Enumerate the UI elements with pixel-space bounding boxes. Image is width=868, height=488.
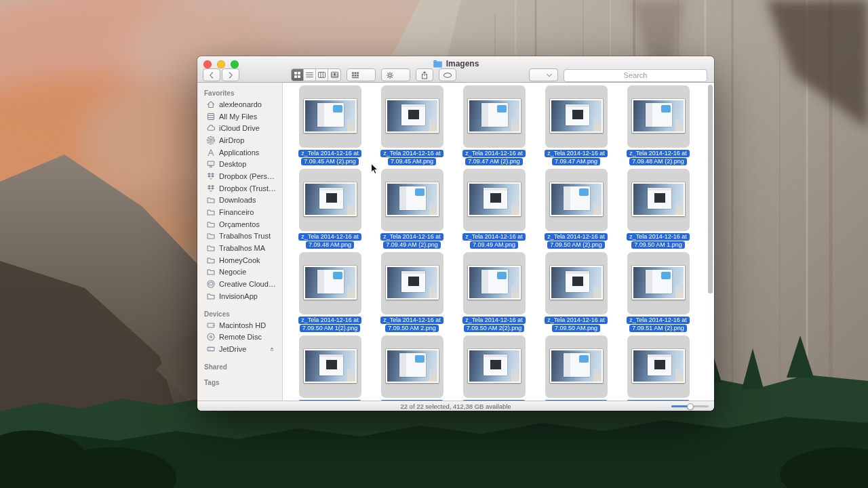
- arrange-button[interactable]: [347, 68, 376, 81]
- file-name: z_Tela 2014-12-16 at7.09.49 AM (2).png: [380, 233, 443, 249]
- file-name-line2: 7.09.50 AM.png: [552, 325, 600, 332]
- icon-size-slider[interactable]: [671, 405, 709, 407]
- thumbnail-screenshot: [551, 267, 601, 298]
- file-item[interactable]: z_Tela 2014-12-16 at: [453, 336, 535, 401]
- sidebar-item-icloud-drive[interactable]: iCloud Drive: [197, 122, 282, 134]
- file-item[interactable]: z_Tela 2014-12-16 at7.09.50 AM 2(2).png: [453, 252, 535, 336]
- arrange-icon: [351, 70, 360, 80]
- sidebar-item-downloads[interactable]: Downloads: [197, 195, 282, 207]
- file-item[interactable]: z_Tela 2014-12-16 at7.09.47 AM (2).png: [453, 85, 535, 169]
- file-name-line1: z_Tela 2014-12-16 at: [380, 233, 443, 241]
- sidebar-item-alexleonardo[interactable]: alexleonardo: [197, 98, 282, 110]
- file-thumbnail: [386, 349, 439, 383]
- sidebar-item-applications[interactable]: Applications: [197, 146, 282, 159]
- sidebar-item-remote-disc[interactable]: Remote Disc: [197, 331, 282, 343]
- titlebar[interactable]: Imagens: [197, 56, 714, 68]
- file-item[interactable]: z_Tela 2014-12-16 at7.09.50 AM.png: [535, 252, 617, 336]
- file-name-line2: 7.09.49 AM (2).png: [383, 241, 441, 249]
- thumbnail-screenshot: [551, 100, 601, 131]
- thumbnail-screenshot: [633, 350, 684, 382]
- search-input[interactable]: [564, 69, 707, 82]
- coverflow-view-icon: [330, 70, 339, 79]
- file-item[interactable]: z_Tela 2014-12-16 at7.09.50 AM 2.png: [371, 252, 453, 336]
- file-item[interactable]: z_Tela 2014-12-16 at7.09.51 AM (2).png: [617, 252, 699, 336]
- view-column-view-button[interactable]: [316, 69, 328, 81]
- share-button[interactable]: [416, 68, 433, 81]
- file-item[interactable]: z_Tela 2014-12-16 at7.09.47 AM.png: [535, 85, 617, 169]
- sidebar-item-dropbox-personal-[interactable]: Dropbox (Personal): [197, 170, 282, 182]
- sidebar-item-jetdrive[interactable]: JetDrive: [197, 343, 282, 355]
- sidebar-item-homeycook[interactable]: HomeyCook: [197, 254, 282, 266]
- sidebar-section-favorites: Favorites: [204, 89, 282, 97]
- sidebar-item-all-my-files[interactable]: All My Files: [197, 110, 282, 123]
- file-selection-box: [299, 336, 361, 398]
- thumbnail-window: [399, 186, 426, 210]
- file-item[interactable]: z_Tela 2014-12-16 at7.09.49 AM.png: [453, 169, 535, 252]
- sidebar-item-label: All My Files: [219, 113, 257, 121]
- file-item[interactable]: z_Tela 2014-12-16 at7.09.48 AM.png: [289, 169, 371, 252]
- vertical-scrollbar-thumb[interactable]: [708, 85, 713, 293]
- file-item[interactable]: z_Tela 2014-12-16 at7.09.45 AM.png: [371, 85, 453, 169]
- view-grid-view-button[interactable]: [292, 69, 304, 81]
- sidebar-item-desktop[interactable]: Desktop: [197, 158, 282, 170]
- status-text: 22 of 22 selected, 412,38 GB available: [400, 403, 511, 410]
- file-item[interactable]: z_Tela 2014-12-16 at: [371, 336, 453, 401]
- file-thumbnail: [304, 266, 357, 300]
- sidebar-item-financeiro[interactable]: Financeiro: [197, 206, 282, 218]
- file-item[interactable]: z_Tela 2014-12-16 at: [535, 336, 617, 401]
- file-selection-box: [545, 336, 608, 398]
- file-item[interactable]: z_Tela 2014-12-16 at7.09.49 AM (2).png: [371, 169, 453, 252]
- file-item[interactable]: z_Tela 2014-12-16 at: [617, 336, 699, 401]
- view-coverflow-view-button[interactable]: [328, 69, 340, 81]
- thumbnail-screenshot: [387, 350, 437, 382]
- file-selection-box: [627, 252, 690, 314]
- file-item[interactable]: z_Tela 2014-12-16 at7.09.50 AM 1.png: [617, 169, 699, 252]
- tag-icon: [443, 70, 452, 80]
- file-item[interactable]: z_Tela 2014-12-16 at7.09.50 AM 1(2).png: [289, 252, 371, 336]
- folder-icon: [206, 291, 216, 301]
- sidebar-item-airdrop[interactable]: AirDrop: [197, 134, 282, 146]
- file-thumbnail: [550, 99, 603, 133]
- sidebar-item-dropbox-trust-filmes-[interactable]: Dropbox (Trust Filmes): [197, 182, 282, 195]
- forward-button[interactable]: [222, 68, 239, 81]
- file-selection-box: [381, 85, 443, 148]
- back-button[interactable]: [203, 68, 220, 81]
- sidebar-item-trabalhos-trust[interactable]: Trabalhos Trust: [197, 230, 282, 243]
- file-name-line2: 7.09.45 AM.png: [388, 158, 436, 165]
- action-button[interactable]: [381, 68, 410, 81]
- file-item[interactable]: z_Tela 2014-12-16 at: [289, 336, 371, 401]
- file-item[interactable]: z_Tela 2014-12-16 at7.09.48 AM (2).png: [617, 85, 699, 169]
- file-name: z_Tela 2014-12-16 at7.09.45 AM (2).png: [298, 150, 361, 165]
- thumbnail-window: [564, 186, 590, 210]
- file-name-line1: z_Tela 2014-12-16 at: [545, 317, 608, 324]
- file-selection-box: [627, 336, 690, 398]
- folder-proxy-icon: [433, 60, 443, 68]
- folder-icon: [206, 195, 216, 205]
- dropbox-menu-button[interactable]: [529, 68, 558, 81]
- tags-button[interactable]: [439, 68, 456, 81]
- sidebar-item-or-amentos[interactable]: Orçamentos: [197, 218, 282, 230]
- hdd-icon: [206, 321, 216, 330]
- sidebar-item-invisionapp[interactable]: InvisionApp: [197, 290, 282, 302]
- sidebar-item-macintosh-hd[interactable]: Macintosh HD: [197, 319, 282, 331]
- view-list-view-button[interactable]: [304, 69, 316, 81]
- file-item[interactable]: z_Tela 2014-12-16 at7.09.45 AM (2).png: [289, 85, 371, 169]
- dropbox-icon: [206, 171, 216, 181]
- sidebar-item-label: HomeyCook: [219, 256, 260, 264]
- file-selection-box: [545, 252, 608, 314]
- sidebar-item-label: iCloud Drive: [219, 124, 260, 132]
- file-item[interactable]: z_Tela 2014-12-16 at7.09.50 AM (2).png: [535, 169, 617, 252]
- file-name: z_Tela 2014-12-16 at7.09.50 AM 2(2).png: [462, 317, 526, 332]
- file-selection-box: [627, 85, 690, 148]
- file-thumbnail: [468, 349, 521, 383]
- file-selection-box: [463, 336, 526, 398]
- share-icon: [420, 70, 429, 80]
- slider-knob[interactable]: [687, 403, 694, 410]
- sidebar-item-negocie[interactable]: Negocie: [197, 266, 282, 279]
- file-name-line2: 7.09.50 AM 1.png: [631, 241, 685, 249]
- icon-grid: z_Tela 2014-12-16 at7.09.45 AM (2).pngz_…: [283, 83, 714, 401]
- sidebar-item-label: Negocie: [219, 268, 246, 276]
- sidebar-item-trabalhos-ma[interactable]: Trabalhos MA: [197, 242, 282, 254]
- sidebar-item-creative-cloud-files[interactable]: Creative Cloud Files: [197, 278, 282, 290]
- file-name: z_Tela 2014-12-16 at7.09.48 AM.png: [298, 233, 361, 249]
